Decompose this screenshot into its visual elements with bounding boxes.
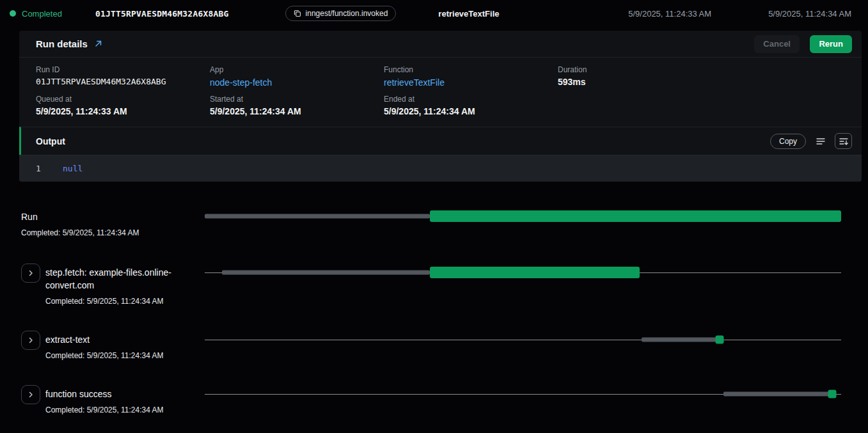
step-completed-text: Completed: 5/9/2025, 11:24:34 AM	[45, 296, 194, 306]
field-function: Function retrieveTextFile	[384, 65, 558, 88]
chevron-right-icon	[27, 391, 35, 398]
run-track	[205, 210, 841, 222]
rerun-button[interactable]: Rerun	[810, 35, 852, 53]
output-code-line: 1 null	[19, 155, 862, 182]
expand-step-button[interactable]	[21, 331, 40, 350]
word-wrap-icon	[816, 137, 826, 146]
event-badge[interactable]: inngest/function.invoked	[285, 6, 397, 21]
step-completed-text: Completed: 5/9/2025, 11:24:34 AM	[45, 405, 194, 415]
step-end-dot[interactable]	[828, 390, 837, 398]
step-active-segment[interactable]	[430, 267, 639, 278]
app-link[interactable]: node-step-fetch	[210, 77, 272, 88]
field-label: App	[210, 65, 384, 74]
timeline-run-row: Run Completed: 5/9/2025, 11:24:34 AM	[21, 210, 841, 238]
step-queued-segment[interactable]	[642, 338, 718, 342]
topbar: Completed 01JTT5RPVAESDM46M32A6X8ABG inn…	[0, 0, 868, 27]
run-status: Completed	[10, 9, 62, 19]
track-baseline	[205, 340, 841, 340]
topbar-function-name: retrieveTextFile	[438, 9, 499, 19]
field-label: Duration	[558, 65, 732, 74]
expand-step-button[interactable]	[21, 385, 40, 404]
run-completed-text: Completed: 5/9/2025, 11:24:34 AM	[21, 228, 205, 238]
field-run-id: Run ID 01JTT5RPVAESDM46M32A6X8ABG	[36, 65, 210, 88]
code-content: null	[63, 164, 83, 173]
field-ended-at: Ended at 5/9/2025, 11:24:34 AM	[384, 95, 558, 116]
timeline-step-row: function success Completed: 5/9/2025, 11…	[21, 385, 841, 415]
output-title: Output	[36, 136, 65, 146]
chevron-right-icon	[27, 269, 35, 277]
field-app: App node-step-fetch	[210, 65, 384, 88]
step-queued-segment[interactable]	[222, 271, 430, 275]
field-value: 5/9/2025, 11:24:34 AM	[384, 106, 558, 116]
timeline-step-row: extract-text Completed: 5/9/2025, 11:24:…	[21, 331, 841, 361]
function-link[interactable]: retrieveTextFile	[384, 77, 445, 88]
topbar-run-id: 01JTT5RPVAESDM46M32A6X8ABG	[95, 9, 229, 19]
run-label: Run	[21, 210, 205, 223]
event-copy-icon	[294, 10, 301, 17]
status-dot-icon	[10, 10, 16, 17]
cancel-button[interactable]: Cancel	[754, 35, 800, 53]
step-track	[205, 385, 841, 403]
timeline-step-row: step.fetch: example-files.online-convert…	[21, 264, 841, 306]
line-number: 1	[33, 164, 43, 173]
event-badge-label: inngest/function.invoked	[306, 9, 388, 18]
started-timestamp: 5/9/2025, 11:24:34 AM	[768, 9, 851, 19]
step-completed-text: Completed: 5/9/2025, 11:24:34 AM	[45, 350, 194, 361]
field-value: 5/9/2025, 11:24:34 AM	[210, 106, 384, 116]
output-section-header: Output Copy	[19, 127, 862, 155]
field-value: 593ms	[558, 77, 732, 87]
run-details-header: Run details Cancel Rerun	[19, 31, 862, 58]
step-end-dot[interactable]	[715, 336, 723, 344]
step-track	[205, 264, 841, 281]
word-wrap-button[interactable]	[812, 133, 829, 149]
field-started-at: Started at 5/9/2025, 11:24:34 AM	[210, 95, 384, 116]
run-queued-segment[interactable]	[205, 214, 430, 219]
chevron-right-icon	[27, 336, 35, 344]
step-label: extract-text	[45, 333, 194, 346]
jump-to-bottom-icon	[839, 137, 849, 146]
panel-title: Run details	[36, 38, 88, 49]
field-label: Started at	[210, 95, 384, 104]
queued-timestamp: 5/9/2025, 11:24:33 AM	[628, 9, 711, 19]
run-info-grid: Run ID 01JTT5RPVAESDM46M32A6X8ABG App no…	[19, 58, 862, 127]
copy-button[interactable]: Copy	[770, 134, 806, 149]
field-label: Ended at	[384, 95, 558, 104]
step-label: step.fetch: example-files.online-convert…	[45, 266, 194, 292]
field-value: 01JTT5RPVAESDM46M32A6X8ABG	[36, 77, 210, 86]
run-active-segment[interactable]	[430, 210, 841, 222]
field-value: 5/9/2025, 11:24:33 AM	[36, 106, 210, 116]
run-timeline: Run Completed: 5/9/2025, 11:24:34 AM ste…	[0, 182, 868, 415]
field-label: Run ID	[36, 65, 210, 74]
step-track	[205, 331, 841, 349]
field-duration: Duration 593ms	[558, 65, 732, 88]
field-label: Queued at	[36, 95, 210, 104]
external-link-icon[interactable]	[94, 40, 102, 48]
field-label: Function	[384, 65, 558, 74]
run-details-panel: Run details Cancel Rerun Run ID 01JTT5RP…	[19, 31, 862, 182]
status-label: Completed	[22, 9, 62, 19]
step-label: function success	[45, 388, 194, 400]
field-queued-at: Queued at 5/9/2025, 11:24:33 AM	[36, 95, 210, 116]
step-queued-segment[interactable]	[723, 392, 830, 397]
jump-to-bottom-button[interactable]	[835, 133, 852, 149]
expand-step-button[interactable]	[21, 264, 40, 283]
